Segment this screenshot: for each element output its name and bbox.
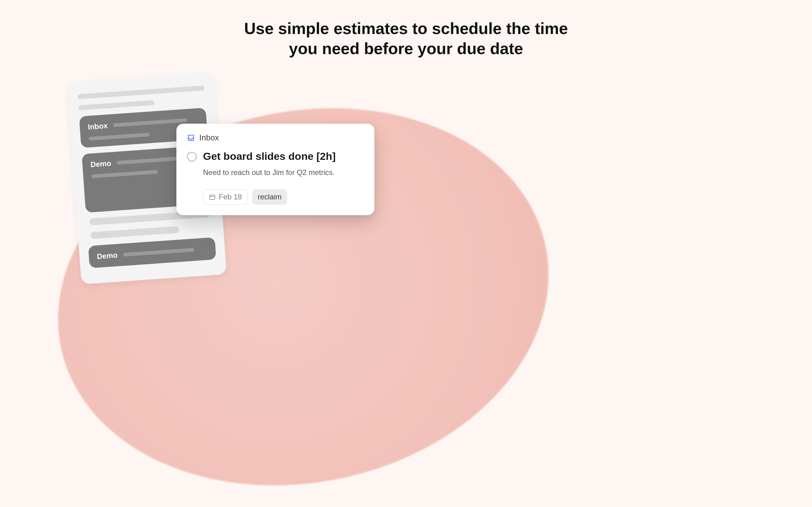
section-label: Inbox — [88, 121, 108, 131]
due-date-chip[interactable]: Feb 18 — [203, 189, 248, 205]
skeleton-bar — [89, 133, 149, 140]
skeleton-bar — [123, 248, 194, 257]
skeleton-line — [78, 85, 204, 99]
svg-rect-0 — [210, 195, 215, 200]
headline-line-1: Use simple estimates to schedule the tim… — [244, 19, 568, 38]
list-section-demo-2[interactable]: Demo — [88, 237, 216, 268]
inbox-icon — [187, 134, 195, 142]
task-row: Get board slides done [2h] Need to reach… — [187, 150, 364, 205]
task-complete-radio[interactable] — [187, 152, 197, 162]
skeleton-line — [90, 226, 180, 239]
headline: Use simple estimates to schedule the tim… — [0, 18, 812, 59]
tag-text: reclaim — [258, 192, 282, 201]
task-card: Inbox Get board slides done [2h] Need to… — [176, 124, 374, 215]
task-title[interactable]: Get board slides done [2h] — [203, 150, 364, 163]
task-description: Need to reach out to Jim for Q2 metrics. — [203, 168, 364, 177]
section-label: Demo — [97, 251, 117, 261]
task-section-label: Inbox — [199, 133, 219, 143]
skeleton-line — [78, 100, 155, 110]
task-card-header: Inbox — [187, 133, 364, 143]
calendar-icon — [209, 193, 216, 200]
section-label: Demo — [90, 159, 111, 169]
due-date-text: Feb 18 — [219, 192, 242, 201]
task-chips: Feb 18 reclaim — [203, 189, 364, 205]
task-body: Get board slides done [2h] Need to reach… — [203, 150, 364, 205]
headline-line-2: you need before your due date — [289, 40, 523, 57]
skeleton-bar — [113, 118, 188, 127]
tag-chip[interactable]: reclaim — [252, 189, 287, 205]
skeleton-bar — [91, 170, 158, 178]
